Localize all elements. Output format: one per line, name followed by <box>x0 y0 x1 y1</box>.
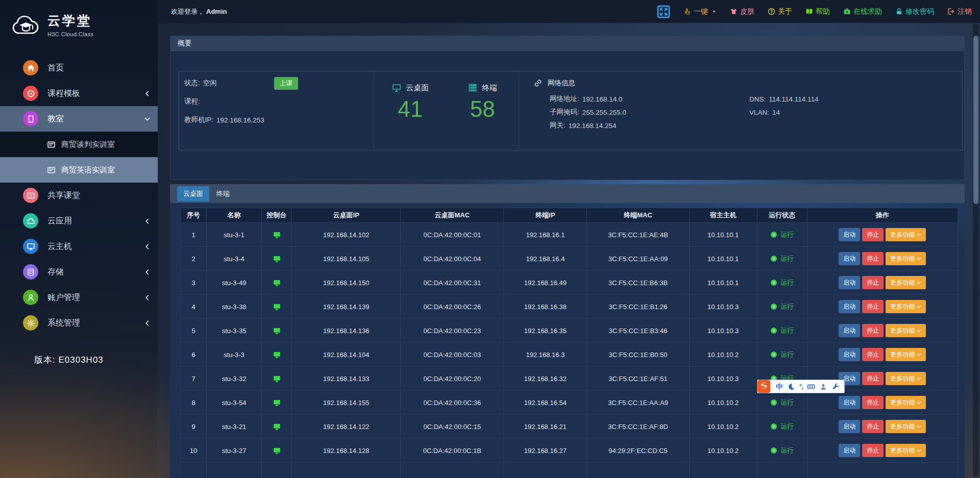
stop-button[interactable]: 停止 <box>862 420 884 433</box>
start-button[interactable]: 启动 <box>839 444 860 457</box>
topbar-item-online-help[interactable]: 在线求助 <box>843 7 882 16</box>
network-entry-value: 255.255.255.0 <box>582 109 626 116</box>
topbar-item-skin[interactable]: 皮肤 <box>730 7 754 16</box>
stop-button[interactable]: 停止 <box>862 372 884 385</box>
console-monitor-icon[interactable] <box>273 398 281 407</box>
cell-desktop-mac: 0C:DA:42:00:0C:15 <box>401 415 504 439</box>
stop-button[interactable]: 停止 <box>862 252 884 265</box>
console-monitor-icon[interactable] <box>273 279 281 287</box>
sidebar-item-system[interactable]: 系统管理 <box>0 310 158 336</box>
counter-label: 终端 <box>482 83 497 93</box>
stop-button[interactable]: 停止 <box>862 348 884 361</box>
cell-console <box>262 439 292 463</box>
sidebar-item-classroom[interactable]: 教室 <box>0 106 158 132</box>
table-row: 6stu-3-3192.168.14.1040C:DA:42:00:0C:031… <box>181 343 958 367</box>
topbar-item-about[interactable]: 关于 <box>768 7 792 16</box>
cloud-icon <box>23 213 38 229</box>
chinese-mode-icon[interactable]: 中 <box>776 383 783 390</box>
stop-button[interactable]: 停止 <box>862 300 884 313</box>
start-button[interactable]: 启动 <box>839 396 860 409</box>
cell-no: 5 <box>181 319 207 343</box>
cell-status: 运行 <box>757 223 807 247</box>
stop-button[interactable]: 停止 <box>862 396 884 409</box>
more-functions-button[interactable]: 更多功能 <box>886 420 926 433</box>
sogou-logo-icon[interactable] <box>757 380 771 393</box>
console-monitor-icon[interactable] <box>273 350 281 359</box>
app-subtitle: H3C Cloud Class <box>47 31 93 37</box>
counter-label: 云桌面 <box>406 83 429 93</box>
console-monitor-icon[interactable] <box>273 255 281 263</box>
sidebar-subitem-room-english[interactable]: 商贸英语实训室 <box>0 157 158 183</box>
scrollbar-thumb[interactable] <box>973 36 978 204</box>
topbar-item-help[interactable]: 帮助 <box>805 7 830 16</box>
start-button[interactable]: 启动 <box>839 300 860 313</box>
cell-no: 7 <box>181 367 207 391</box>
console-monitor-icon[interactable] <box>273 231 281 239</box>
keyboard-icon[interactable] <box>807 383 815 391</box>
cell-actions: 启动停止更多功能 <box>807 343 958 367</box>
stop-button[interactable]: 停止 <box>862 324 884 337</box>
cell-desktop-ip: 192.168.14.136 <box>292 319 401 343</box>
more-functions-button[interactable]: 更多功能 <box>886 276 926 289</box>
start-button[interactable]: 启动 <box>839 276 860 289</box>
cell-console <box>262 343 292 367</box>
desktop-table-panel: 序号名称控制台云桌面IP云桌面MAC终端IP终端MAC宿主主机运行状态操作 1s… <box>170 203 965 478</box>
topbar-item-logout[interactable]: 注销 <box>947 7 972 16</box>
disc-icon <box>23 86 38 101</box>
start-class-button[interactable]: 上课 <box>274 77 298 90</box>
punctuation-icon[interactable]: °, <box>799 383 803 390</box>
running-status: 运行 <box>760 350 805 359</box>
chevron-left-icon <box>144 243 151 250</box>
sidebar-item-shared-class[interactable]: 共享课堂 <box>0 183 158 208</box>
table-row-partial <box>181 463 958 478</box>
more-functions-button[interactable]: 更多功能 <box>886 396 926 409</box>
start-button[interactable]: 启动 <box>839 348 860 361</box>
sidebar-item-account[interactable]: 账户管理 <box>0 285 158 310</box>
sidebar-item-home[interactable]: 首页 <box>0 55 158 81</box>
moon-icon[interactable] <box>787 383 795 391</box>
hand-icon <box>683 8 691 15</box>
more-functions-button[interactable]: 更多功能 <box>886 228 926 241</box>
more-functions-button[interactable]: 更多功能 <box>886 300 926 313</box>
scrollbar-track[interactable] <box>973 23 979 477</box>
topbar-item-change-password[interactable]: 修改密码 <box>895 7 934 16</box>
stop-button[interactable]: 停止 <box>862 228 884 241</box>
tshirt-icon <box>730 8 738 15</box>
wrench-icon[interactable] <box>831 383 840 391</box>
start-button[interactable]: 启动 <box>839 228 860 241</box>
sidebar-item-cloud-app[interactable]: 云应用 <box>0 208 158 234</box>
chevron-down-icon <box>144 116 151 122</box>
cell-no: 9 <box>181 415 207 439</box>
topbar-item-label: 在线求助 <box>853 7 882 16</box>
tab-terminal[interactable]: 终端 <box>210 186 236 202</box>
more-functions-button[interactable]: 更多功能 <box>886 348 926 361</box>
more-functions-button[interactable]: 更多功能 <box>886 444 926 457</box>
console-monitor-icon[interactable] <box>273 303 281 311</box>
console-monitor-icon[interactable] <box>273 326 281 335</box>
console-monitor-icon[interactable] <box>273 374 281 383</box>
ime-toolbar[interactable]: 中°, <box>757 380 845 393</box>
welcome-username: Admin <box>206 8 227 15</box>
stop-button[interactable]: 停止 <box>862 444 884 457</box>
start-button[interactable]: 启动 <box>839 420 860 433</box>
topbar-item-one-key[interactable]: 一键 <box>683 7 717 16</box>
sidebar-item-course-template[interactable]: 课程模板 <box>0 81 158 106</box>
start-button[interactable]: 启动 <box>839 324 860 337</box>
console-monitor-icon[interactable] <box>273 446 281 455</box>
sidebar-item-storage[interactable]: 存储 <box>0 259 158 285</box>
console-monitor-icon[interactable] <box>273 422 281 431</box>
sidebar-item-cloud-host[interactable]: 云主机 <box>0 234 158 259</box>
course-row: 课程: <box>184 96 374 107</box>
play-circle-icon <box>770 231 777 238</box>
stop-button[interactable]: 停止 <box>862 276 884 289</box>
tab-cloud-desktop[interactable]: 云桌面 <box>177 186 209 202</box>
table-row: 9stu-3-21192.168.14.1220C:DA:42:00:0C:15… <box>181 415 958 439</box>
user-mode-icon[interactable] <box>819 383 827 391</box>
start-button[interactable]: 启动 <box>839 252 860 265</box>
more-functions-button[interactable]: 更多功能 <box>886 324 926 337</box>
network-entry-value: 192.168.14.254 <box>569 122 617 130</box>
more-functions-button[interactable]: 更多功能 <box>886 372 926 385</box>
sidebar-subitem-room-negotiation[interactable]: 商贸谈判实训室 <box>0 132 158 157</box>
fullscreen-icon[interactable] <box>657 5 670 18</box>
more-functions-button[interactable]: 更多功能 <box>886 252 926 265</box>
